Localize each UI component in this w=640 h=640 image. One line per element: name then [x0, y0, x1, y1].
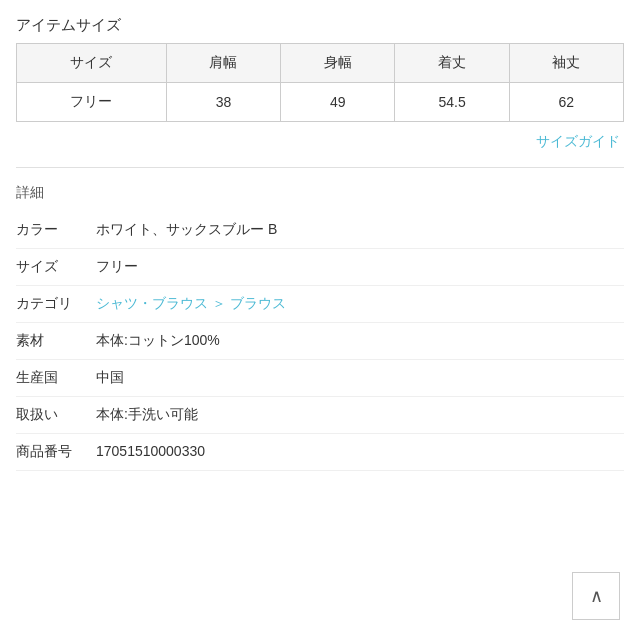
detail-row: 取扱い本体:手洗い可能	[16, 397, 624, 434]
detail-value: 本体:コットン100%	[96, 332, 624, 350]
table-cell: フリー	[17, 83, 167, 122]
detail-label: 生産国	[16, 369, 96, 387]
chevron-up-icon: ∧	[590, 585, 603, 607]
table-cell: 62	[509, 83, 623, 122]
back-to-top-button[interactable]: ∧	[572, 572, 620, 620]
table-header-cell: 袖丈	[509, 44, 623, 83]
size-table: サイズ肩幅身幅着丈袖丈 フリー384954.562	[16, 43, 624, 122]
table-header-cell: 肩幅	[166, 44, 280, 83]
detail-rows: カラーホワイト、サックスブルー Bサイズフリーカテゴリシャツ・ブラウス ＞ ブラ…	[16, 212, 624, 471]
size-section-title: アイテムサイズ	[16, 16, 624, 35]
table-cell: 49	[281, 83, 395, 122]
detail-label: 取扱い	[16, 406, 96, 424]
detail-label: サイズ	[16, 258, 96, 276]
detail-label: 商品番号	[16, 443, 96, 461]
detail-value: 17051510000330	[96, 443, 624, 459]
table-header-row: サイズ肩幅身幅着丈袖丈	[17, 44, 624, 83]
detail-row: カラーホワイト、サックスブルー B	[16, 212, 624, 249]
detail-value: フリー	[96, 258, 624, 276]
detail-row: 商品番号17051510000330	[16, 434, 624, 471]
detail-value: 本体:手洗い可能	[96, 406, 624, 424]
detail-value: 中国	[96, 369, 624, 387]
size-guide-link[interactable]: サイズガイド	[536, 133, 620, 149]
detail-value[interactable]: シャツ・ブラウス ＞ ブラウス	[96, 295, 624, 313]
detail-row: 生産国中国	[16, 360, 624, 397]
table-body: フリー384954.562	[17, 83, 624, 122]
detail-value: ホワイト、サックスブルー B	[96, 221, 624, 239]
main-container: アイテムサイズ サイズ肩幅身幅着丈袖丈 フリー384954.562 サイズガイド…	[0, 0, 640, 471]
size-guide-row: サイズガイド	[16, 126, 624, 167]
detail-row: サイズフリー	[16, 249, 624, 286]
detail-row: カテゴリシャツ・ブラウス ＞ ブラウス	[16, 286, 624, 323]
table-cell: 54.5	[395, 83, 509, 122]
detail-section-title: 詳細	[16, 184, 624, 202]
table-header-cell: 着丈	[395, 44, 509, 83]
table-header-cell: 身幅	[281, 44, 395, 83]
detail-label: 素材	[16, 332, 96, 350]
table-cell: 38	[166, 83, 280, 122]
table-row: フリー384954.562	[17, 83, 624, 122]
divider	[16, 167, 624, 168]
table-header-cell: サイズ	[17, 44, 167, 83]
detail-label: カラー	[16, 221, 96, 239]
detail-label: カテゴリ	[16, 295, 96, 313]
detail-row: 素材本体:コットン100%	[16, 323, 624, 360]
